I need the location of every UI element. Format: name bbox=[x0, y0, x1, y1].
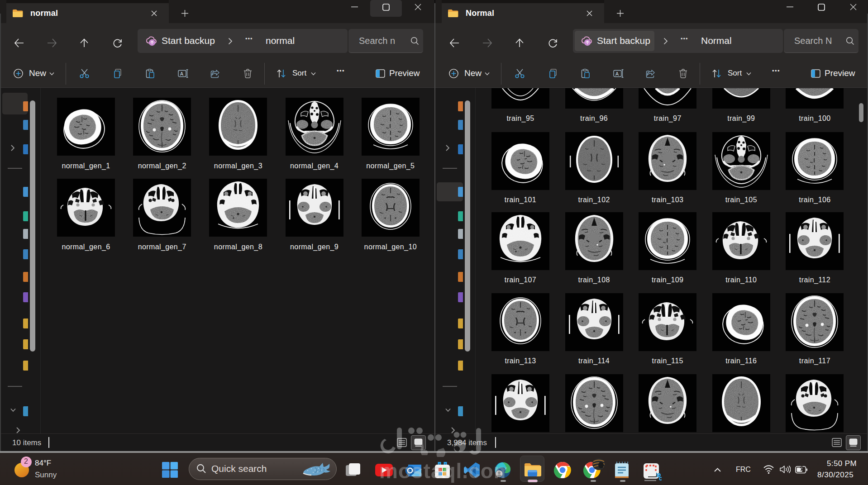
svg-text:mostaql.com: mostaql.com bbox=[379, 459, 507, 483]
svg-text:A: A bbox=[180, 71, 183, 76]
svg-text:A: A bbox=[615, 71, 619, 76]
